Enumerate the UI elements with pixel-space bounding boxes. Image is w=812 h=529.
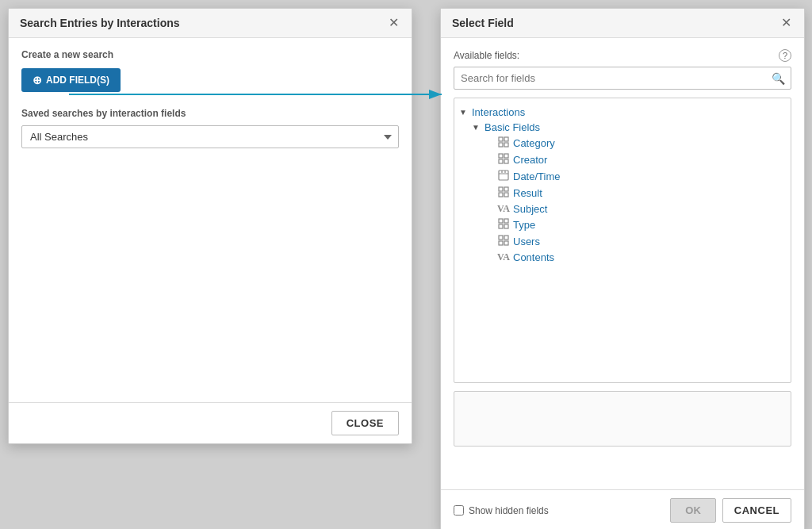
saved-searches-dropdown[interactable]: All Searches <box>21 125 399 148</box>
users-grid-icon <box>497 235 510 248</box>
saved-searches-section: Saved searches by interaction fields All… <box>21 108 399 148</box>
svg-rect-9 <box>504 159 508 163</box>
result-grid-icon <box>497 186 510 200</box>
type-label: Type <box>513 219 535 231</box>
creator-label: Creator <box>513 154 547 166</box>
create-section-label: Create a new search <box>21 49 399 60</box>
svg-rect-20 <box>499 224 503 228</box>
tree-node-basic-fields[interactable]: ▼ Basic Fields <box>459 120 786 135</box>
datetime-grid-icon <box>497 170 510 183</box>
right-dialog-header: Select Field ✕ <box>441 9 804 38</box>
basic-fields-label: Basic Fields <box>485 121 540 133</box>
datetime-label: Date/Time <box>513 171 560 182</box>
subject-text-icon: VA <box>497 203 510 215</box>
svg-rect-14 <box>499 187 503 191</box>
svg-rect-18 <box>499 219 503 223</box>
search-icon: 🔍 <box>772 72 785 85</box>
show-hidden-label: Show hidden fields <box>469 505 549 516</box>
subject-label: Subject <box>513 203 547 215</box>
search-fields-input[interactable] <box>454 67 791 90</box>
right-dialog-title: Select Field <box>452 17 514 29</box>
tree-node-contents[interactable]: VA Contents <box>459 250 786 265</box>
svg-rect-21 <box>504 224 508 228</box>
svg-rect-16 <box>499 193 503 197</box>
type-grid-icon <box>497 218 510 232</box>
left-dialog-close-icon[interactable]: ✕ <box>387 17 400 29</box>
svg-rect-23 <box>504 236 508 240</box>
search-entries-dialog: Search Entries by Interactions ✕ Create … <box>8 8 412 444</box>
svg-rect-7 <box>504 154 508 158</box>
svg-rect-3 <box>504 137 508 141</box>
show-hidden-checkbox[interactable] <box>454 505 464 516</box>
right-dialog-close-icon[interactable]: ✕ <box>779 17 793 29</box>
svg-rect-17 <box>504 193 508 197</box>
search-fields-wrap: 🔍 <box>454 67 791 90</box>
svg-rect-15 <box>504 187 508 191</box>
tree-node-subject[interactable]: VA Subject <box>459 201 786 217</box>
svg-rect-25 <box>504 241 508 245</box>
svg-rect-2 <box>499 137 503 141</box>
svg-rect-5 <box>504 143 508 147</box>
svg-rect-19 <box>504 219 508 223</box>
available-fields-row: Available fields: ? <box>454 49 791 62</box>
category-grid-icon <box>497 136 510 150</box>
result-label: Result <box>513 187 542 199</box>
cancel-button[interactable]: CANCEL <box>722 498 791 523</box>
add-fields-label: ADD FIELD(S) <box>46 75 109 86</box>
svg-rect-4 <box>499 143 503 147</box>
users-label: Users <box>513 236 540 247</box>
contents-label: Contents <box>513 251 554 263</box>
plus-icon: ⊕ <box>33 74 42 86</box>
triangle-down-icon: ▼ <box>459 108 469 117</box>
tree-node-creator[interactable]: Creator <box>459 151 786 168</box>
tree-node-interactions[interactable]: ▼ Interactions <box>459 105 786 120</box>
add-fields-button[interactable]: ⊕ ADD FIELD(S) <box>21 68 121 92</box>
help-icon[interactable]: ? <box>779 49 791 62</box>
interactions-label: Interactions <box>472 106 525 118</box>
footer-buttons: OK CANCEL <box>670 498 791 523</box>
tree-node-datetime[interactable]: Date/Time <box>459 168 786 185</box>
svg-rect-24 <box>499 241 503 245</box>
left-dialog-header: Search Entries by Interactions ✕ <box>9 9 412 38</box>
tree-node-result[interactable]: Result <box>459 185 786 201</box>
contents-text-icon: VA <box>497 251 510 263</box>
saved-searches-label: Saved searches by interaction fields <box>21 108 399 119</box>
tree-node-type[interactable]: Type <box>459 217 786 233</box>
available-fields-label: Available fields: <box>454 50 519 61</box>
field-preview-panel <box>454 391 791 447</box>
field-tree-panel: ▼ Interactions ▼ Basic Fields Category <box>454 98 791 383</box>
right-dialog-footer: Show hidden fields OK CANCEL <box>441 489 804 529</box>
tree-node-category[interactable]: Category <box>459 135 786 151</box>
svg-rect-22 <box>499 236 503 240</box>
svg-rect-10 <box>499 171 508 180</box>
show-hidden-wrap: Show hidden fields <box>454 505 549 516</box>
select-field-dialog: Select Field ✕ Available fields: ? 🔍 ▼ I… <box>440 8 805 529</box>
right-dialog-body: Available fields: ? 🔍 ▼ Interactions ▼ B… <box>441 38 804 458</box>
creator-grid-icon <box>497 153 510 167</box>
svg-rect-6 <box>499 154 503 158</box>
triangle-down-icon-2: ▼ <box>472 123 481 132</box>
left-dialog-body: Create a new search ⊕ ADD FIELD(S) Saved… <box>9 38 412 159</box>
category-label: Category <box>513 137 555 149</box>
left-dialog-footer: CLOSE <box>9 402 412 443</box>
left-dialog-title: Search Entries by Interactions <box>20 17 180 29</box>
tree-node-users[interactable]: Users <box>459 233 786 250</box>
svg-rect-8 <box>499 159 503 163</box>
close-button[interactable]: CLOSE <box>331 411 399 435</box>
ok-button: OK <box>670 498 716 523</box>
